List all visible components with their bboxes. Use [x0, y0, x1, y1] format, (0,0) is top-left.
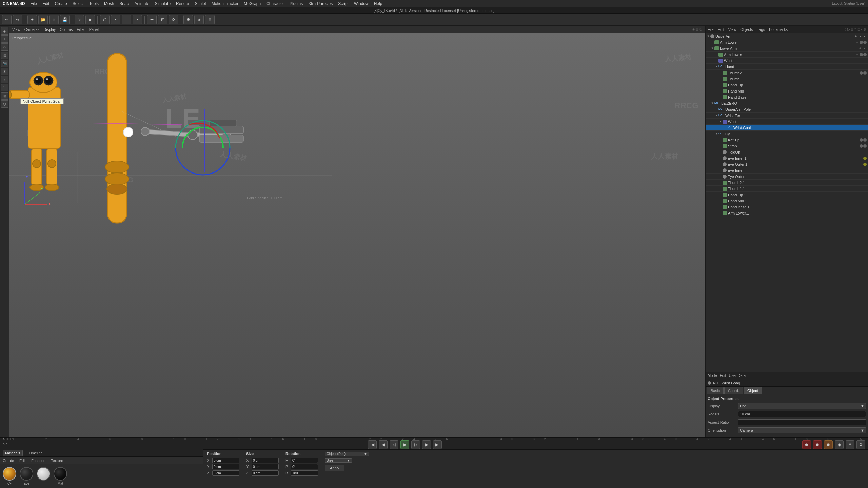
select-edges-button[interactable]: — [122, 15, 131, 24]
filter-menu[interactable]: Filter [77, 27, 85, 32]
record-scale-button[interactable]: ⏺ [824, 440, 833, 449]
viewport-content[interactable]: Perspective 人人素材 RRCG 人人素材 RRCG 人人素材 RRC… [9, 33, 705, 437]
edit-item[interactable]: Edit [720, 373, 726, 378]
character-menu-item[interactable]: Character [266, 1, 284, 6]
display-button[interactable]: ◈ [194, 15, 204, 24]
mat-circle-cy[interactable] [3, 467, 16, 481]
render-settings-button[interactable]: ⚙ [183, 15, 193, 24]
tree-row-le-zero[interactable]: ▼ LO LE.ZERO [706, 100, 868, 106]
tree-row-arm-lower[interactable]: Arm Lower ◈ [706, 52, 868, 58]
left-icon-poly[interactable]: ▪ [1, 76, 8, 83]
scale-tool-button[interactable]: ⊡ [158, 15, 167, 24]
tree-row-kat-tip[interactable]: Kat Tip [706, 137, 868, 143]
mat-circle-3[interactable] [37, 467, 50, 481]
mat-circle-eye[interactable] [20, 467, 33, 481]
select-model-button[interactable]: ⬡ [100, 15, 110, 24]
object-tree[interactable]: ▼ UpperArm ◈ ● ● Arm Lower ◈ [706, 33, 868, 372]
left-icon-light[interactable]: ☀ [1, 68, 8, 75]
tree-row-upperarm[interactable]: ▼ UpperArm ◈ ● ● [706, 33, 868, 39]
userdata-item[interactable]: User Data [729, 373, 746, 378]
prop-radius-value[interactable]: 10 cm [738, 411, 866, 417]
tree-row-hand-mid-1[interactable]: Hand Mid.1 [706, 198, 868, 204]
tree-row-hand-tip[interactable]: Hand Tip [706, 82, 868, 88]
left-icon-generator[interactable]: ⊞ [1, 92, 8, 100]
goto-end-button[interactable]: ▶| [433, 440, 442, 449]
left-icon-move[interactable]: ✛ [1, 35, 8, 43]
tree-row-hand-base[interactable]: Hand Base [706, 94, 868, 100]
goto-start-button[interactable]: |◀ [368, 440, 377, 449]
mat-edit-action[interactable]: Edit [19, 459, 26, 463]
tab-basic[interactable]: Basic [707, 387, 724, 394]
open-button[interactable]: 📂 [38, 15, 48, 24]
obj-view-menu[interactable]: View [728, 27, 736, 32]
animate-menu-item[interactable]: Animate [134, 1, 149, 6]
render-menu-item[interactable]: Render [176, 1, 189, 6]
pos-x-input[interactable] [212, 458, 239, 463]
tree-row-thumb2[interactable]: Thumb2 [706, 70, 868, 76]
record-pos-button[interactable]: ⏺ [802, 440, 811, 449]
frame-end-input[interactable]: 7 [10, 438, 14, 440]
tree-row-wrist-joint[interactable]: ▼ Wrist [706, 119, 868, 125]
rot-b-input[interactable] [291, 470, 318, 476]
tree-row-thumb1[interactable]: Thumb1 [706, 76, 868, 82]
coord-system-dropdown[interactable]: Object (Rel.) ▼ [325, 452, 369, 456]
obj-collapse-icon[interactable]: ◁ ▷ ⊞ ≡ ⊡ ▪ ⊕ [844, 27, 866, 31]
obj-tags-menu[interactable]: Tags [757, 27, 765, 32]
tree-row-hand-mid[interactable]: Hand Mid [706, 88, 868, 94]
display-menu[interactable]: Display [43, 27, 56, 32]
timeline-settings-button[interactable]: ⚙ [856, 440, 865, 449]
mesh-menu-item[interactable]: Mesh [104, 1, 114, 6]
apply-button[interactable]: Apply [325, 465, 344, 471]
tools-menu-item[interactable]: Tools [89, 1, 99, 6]
motion-tracker-menu-item[interactable]: Motion Tracker [212, 1, 238, 6]
left-icon-rotate[interactable]: ⟳ [1, 43, 8, 51]
plugins-menu-item[interactable]: Plugins [290, 1, 303, 6]
close-button[interactable]: ✕ [49, 15, 59, 24]
mat-create-action[interactable]: Create [3, 459, 14, 463]
render-preview-button[interactable]: ▷ [75, 15, 84, 24]
options-menu[interactable]: Options [60, 27, 73, 32]
tree-row-hand-tip-1[interactable]: Hand Tip.1 [706, 192, 868, 198]
tree-row-eye-inner1[interactable]: Eye Inner.1 [706, 155, 868, 161]
sculpt-menu-item[interactable]: Sculpt [195, 1, 206, 6]
tree-row-holdon[interactable]: HoldOn [706, 149, 868, 155]
record-rot-button[interactable]: ⏺ [813, 440, 822, 449]
mat-swatch-cy[interactable]: Cy [3, 467, 16, 485]
mat-swatch-3[interactable] [37, 467, 50, 485]
pos-z-input[interactable] [212, 470, 239, 476]
tree-row-wrist-zero[interactable]: ▼ LO Wrist Zero [706, 113, 868, 119]
prop-aspect-value[interactable] [738, 419, 866, 425]
pos-y-input[interactable] [212, 464, 239, 469]
viewport[interactable]: View Cameras Display Options Filter Pane… [9, 26, 705, 437]
auto-keyframe-button[interactable]: A [846, 440, 854, 449]
left-icon-spline[interactable]: ⌒ [1, 84, 8, 92]
snap-menu-item[interactable]: Snap [119, 1, 129, 6]
undo-button[interactable]: ↩ [2, 15, 12, 24]
select-menu-item[interactable]: Select [73, 1, 84, 6]
edit-menu-item[interactable]: Edit [42, 1, 50, 6]
new-button[interactable]: ✦ [27, 15, 37, 24]
mat-circle-mat[interactable] [54, 467, 67, 481]
rotate-tool-button[interactable]: ⟳ [169, 15, 178, 24]
keyframe-button[interactable]: ◆ [835, 440, 844, 449]
create-menu-item[interactable]: Create [55, 1, 67, 6]
window-menu-item[interactable]: File [31, 1, 37, 6]
mode-item[interactable]: Mode [708, 373, 717, 378]
next-frame-button[interactable]: ▶ [422, 440, 431, 449]
tree-row-arm-lower-1[interactable]: Arm Lower.1 [706, 210, 868, 216]
select-points-button[interactable]: • [111, 15, 120, 24]
mat-tab-timeline[interactable]: Timeline [27, 450, 45, 456]
window-main-menu-item[interactable]: Window [354, 1, 369, 6]
left-icon-select[interactable]: ◈ [1, 27, 8, 35]
cameras-menu[interactable]: Cameras [24, 27, 40, 32]
rot-h-input[interactable] [291, 458, 318, 463]
tree-row-hand-base-1[interactable]: Hand Base.1 [706, 204, 868, 210]
tab-coord[interactable]: Coord. [724, 387, 743, 394]
tree-row-lo-hand[interactable]: ▼ LO Hand [706, 64, 868, 70]
tree-row-wrist-goal[interactable]: LO Wrist.Goal [706, 125, 868, 131]
obj-edit-menu[interactable]: Edit [718, 27, 724, 32]
next-keyframe-button[interactable]: ▷ [411, 440, 420, 449]
left-icon-camera[interactable]: 📷 [1, 60, 8, 67]
redo-button[interactable]: ↪ [13, 15, 22, 24]
frame-start-input[interactable]: 0 [3, 438, 6, 440]
